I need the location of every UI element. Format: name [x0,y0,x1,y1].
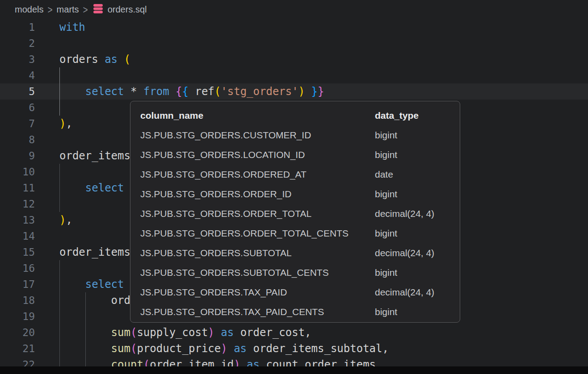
code-token: as [221,326,234,339]
tooltip-data-type: bigint [375,263,397,283]
code-token: sum [111,326,130,339]
code-token: ( [130,326,137,339]
code-token [169,85,176,98]
line-number[interactable]: 5 [0,83,35,100]
line-number[interactable]: 20 [0,324,35,341]
line-number[interactable]: 19 [0,308,35,324]
code-token [59,182,85,194]
tooltip-data-type: bigint [375,125,397,145]
tooltip-column-name: JS.PUB.STG_ORDERS.LOCATION_ID [140,145,375,165]
line-number[interactable]: 10 [0,164,35,180]
code-token: ( [124,53,130,66]
tooltip-rows: JS.PUB.STG_ORDERS.CUSTOMER_IDbigintJS.PU… [130,125,460,322]
code-line[interactable]: 20 sum(supply_cost) as order_cost, [0,324,588,341]
code-text: ord [59,292,130,308]
code-line[interactable]: 2 [0,35,588,51]
code-token [137,85,143,98]
code-token: supply_cost [137,326,208,339]
code-text: with [59,19,85,35]
code-token: , [66,117,72,130]
breadcrumb-item-marts[interactable]: marts [57,4,79,15]
code-text: select * from {{ ref('stg_orders') }} [59,83,324,100]
tooltip-data-type: bigint [375,145,397,165]
line-number[interactable]: 6 [0,100,35,116]
code-text: sum(product_price) as order_items_subtot… [59,341,389,357]
code-text: select [59,276,124,292]
line-number[interactable]: 12 [0,196,35,212]
code-token [59,294,111,307]
tooltip-header-column-name: column_name [140,106,375,125]
code-token [59,85,85,98]
tooltip-row: JS.PUB.STG_ORDERS.ORDERED_ATdate [130,165,460,184]
code-line[interactable]: 4 [0,67,588,83]
code-token: * [130,85,137,98]
line-number[interactable]: 13 [0,212,35,228]
tooltip-row: JS.PUB.STG_ORDERS.ORDER_TOTALdecimal(24,… [130,204,460,224]
tooltip-row: JS.PUB.STG_ORDERS.CUSTOMER_IDbigint [130,125,460,145]
code-token: sum [111,342,130,355]
tooltip-column-name: JS.PUB.STG_ORDERS.SUBTOTAL [140,243,375,263]
line-number[interactable]: 9 [0,148,35,164]
code-token: product_price [137,342,221,355]
line-number[interactable]: 11 [0,180,35,196]
breadcrumb: models > marts > orders.sql [0,0,588,19]
code-token: order_items_subtotal, [253,342,389,355]
database-icon [93,3,103,17]
code-token [189,85,195,98]
line-number[interactable]: 3 [0,51,35,67]
tooltip-column-name: JS.PUB.STG_ORDERS.CUSTOMER_ID [140,125,375,145]
code-line[interactable]: 1with [0,19,588,35]
code-text: select [59,180,124,196]
line-number[interactable]: 1 [0,19,35,35]
line-number[interactable]: 2 [0,35,35,51]
tooltip-column-name: JS.PUB.STG_ORDERS.ORDER_ID [140,184,375,204]
tooltip-data-type: bigint [375,302,397,322]
code-token [124,85,130,98]
code-token [234,326,240,339]
tooltip-data-type: decimal(24, 4) [375,204,434,224]
code-line[interactable]: 21 sum(product_price) as order_items_sub… [0,341,588,357]
code-token: ) [208,326,214,339]
indent-guide [59,196,60,212]
chevron-right-icon: > [83,4,88,16]
code-token: select [85,278,124,291]
code-text: order_items [59,244,130,260]
code-line[interactable]: 5 select * from {{ ref('stg_orders') }} [0,83,588,100]
indent-guide [59,308,60,324]
code-token [59,278,85,291]
line-number[interactable]: 8 [0,132,35,148]
editor-bottom-edge [0,366,588,374]
line-number[interactable]: 18 [0,292,35,308]
code-token: order_items [59,246,130,258]
code-token [214,326,221,339]
line-number[interactable]: 14 [0,228,35,244]
code-text: order_items [59,148,130,164]
code-editor-window: models > marts > orders.sql 1with23order… [0,0,588,374]
code-token: with [59,21,85,33]
line-number[interactable]: 21 [0,341,35,357]
code-token [118,53,124,66]
line-number[interactable]: 15 [0,244,35,260]
breadcrumb-file[interactable]: orders.sql [108,4,147,15]
tooltip-column-name: JS.PUB.STG_ORDERS.ORDERED_AT [140,165,375,184]
tooltip-column-name: JS.PUB.STG_ORDERS.TAX_PAID_CENTS [140,302,375,322]
line-number[interactable]: 16 [0,260,35,276]
line-number[interactable]: 17 [0,276,35,292]
tooltip-data-type: decimal(24, 4) [375,243,434,263]
code-token: ( [130,342,137,355]
tooltip-header-data-type: data_type [375,106,419,125]
code-token: { [176,85,182,98]
code-token: order_cost, [240,326,311,339]
tooltip-column-name: JS.PUB.STG_ORDERS.SUBTOTAL_CENTS [140,263,375,283]
code-token: ) [298,85,305,98]
line-number[interactable]: 7 [0,116,35,132]
line-number[interactable]: 4 [0,67,35,83]
code-token [247,342,253,355]
breadcrumb-item-models[interactable]: models [15,4,43,15]
code-text: orders as ( [59,51,130,67]
tooltip-column-name: JS.PUB.STG_ORDERS.TAX_PAID [140,283,375,302]
code-token: select [85,182,124,194]
code-line[interactable]: 3orders as ( [0,51,588,67]
tooltip-data-type: decimal(24, 4) [375,283,434,302]
code-token: from [143,85,169,98]
